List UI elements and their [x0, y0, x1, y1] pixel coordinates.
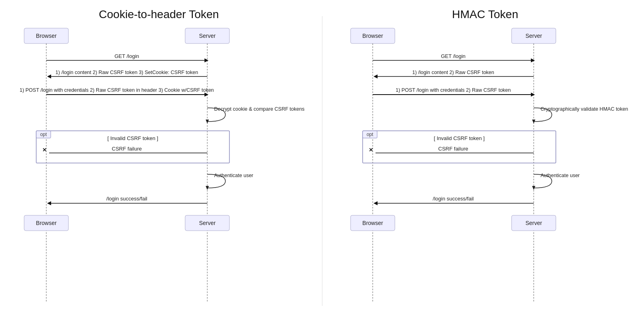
left-x-marker: ✕: [42, 147, 47, 153]
right-label-login-result: /login success/fail: [433, 196, 474, 202]
right-label-get-login: GET /login: [441, 53, 465, 59]
left-label-csrf-failure: CSRF failure: [112, 146, 142, 152]
right-label-csrf-failure: CSRF failure: [438, 146, 468, 152]
left-sequence-area: Browser Server GET /login 1) /login cont…: [12, 28, 306, 320]
right-opt-condition: [ Invalid CSRF token ]: [433, 135, 484, 141]
right-label-validate: Cryptographically validate HMAC token: [541, 106, 628, 112]
left-browser-top-label: Browser: [36, 33, 57, 39]
left-label-decrypt: Decrypt cookie & compare CSRF tokens: [214, 106, 304, 112]
right-arrowhead-login-result: [374, 201, 378, 205]
right-sequence-area: Browser Server GET /login 1) /login cont…: [339, 28, 632, 320]
left-label-get-login: GET /login: [114, 53, 139, 59]
right-x-marker: ✕: [369, 147, 373, 153]
right-server-top-label: Server: [525, 33, 542, 39]
right-label-login-content: 1) /login content 2) Raw CSRF token: [412, 70, 494, 75]
left-opt-label: opt: [40, 132, 47, 137]
left-label-post-login: 1) POST /login with credentials 2) Raw C…: [20, 87, 214, 93]
right-diagram: HMAC Token Browser Server GET /login 1) …: [339, 8, 632, 314]
left-arrowhead-post-login: [204, 93, 208, 97]
left-opt-condition: [ Invalid CSRF token ]: [107, 135, 158, 141]
left-server-bottom-label: Server: [199, 220, 216, 226]
right-browser-top-label: Browser: [362, 33, 383, 39]
right-opt-label: opt: [366, 132, 373, 137]
diagrams-container: Cookie-to-header Token Browser Server GE…: [0, 0, 644, 322]
right-server-bottom-label: Server: [525, 220, 542, 226]
right-diagram-title: HMAC Token: [339, 8, 632, 21]
left-server-top-label: Server: [199, 33, 216, 39]
left-arrowhead-login-result: [47, 201, 51, 205]
left-diagram-title: Cookie-to-header Token: [12, 8, 306, 21]
left-label-login-content: 1) /login content 2) Raw CSRF token 3) S…: [56, 70, 198, 75]
left-arrowhead-login-content: [47, 74, 51, 78]
diagram-divider: [322, 16, 322, 306]
right-browser-bottom-label: Browser: [362, 220, 383, 226]
right-arrowhead-get-login: [531, 58, 535, 62]
right-label-post-login: 1) POST /login with credentials 2) Raw C…: [396, 87, 511, 93]
left-label-login-result: /login success/fail: [106, 196, 147, 202]
right-arrowhead-post-login: [531, 93, 535, 97]
left-browser-bottom-label: Browser: [36, 220, 57, 226]
left-arrowhead-get-login: [204, 58, 208, 62]
left-diagram: Cookie-to-header Token Browser Server GE…: [12, 8, 306, 314]
right-arrowhead-login-content: [374, 74, 378, 78]
